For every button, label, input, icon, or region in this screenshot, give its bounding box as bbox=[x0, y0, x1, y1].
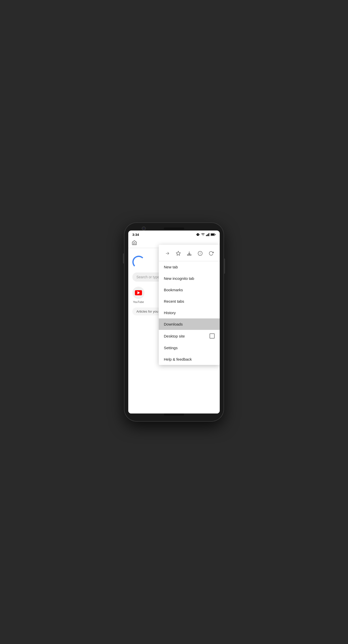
speaker-bottom bbox=[164, 413, 184, 416]
menu-item-settings-label: Settings bbox=[164, 346, 178, 350]
menu-item-desktop-site[interactable]: Desktop site bbox=[159, 330, 220, 342]
youtube-shortcut-icon bbox=[132, 287, 145, 299]
front-camera bbox=[142, 226, 146, 231]
desktop-site-checkbox[interactable] bbox=[210, 333, 215, 339]
svg-rect-0 bbox=[197, 233, 199, 236]
menu-item-downloads[interactable]: Downloads bbox=[159, 318, 220, 330]
google-logo bbox=[132, 256, 145, 268]
svg-rect-4 bbox=[207, 235, 208, 236]
search-placeholder: Search or type bbox=[136, 275, 160, 279]
menu-item-new-tab[interactable]: New tab bbox=[159, 261, 220, 273]
menu-item-help-feedback-label: Help & feedback bbox=[164, 357, 192, 361]
status-bar: 3:34 bbox=[128, 231, 220, 238]
menu-item-desktop-site-label: Desktop site bbox=[164, 334, 185, 338]
articles-pill[interactable]: Articles for you bbox=[132, 308, 162, 315]
download-button[interactable] bbox=[185, 249, 194, 258]
youtube-label: YouTube bbox=[133, 300, 144, 303]
svg-rect-1 bbox=[196, 234, 197, 235]
youtube-shortcut[interactable]: YouTube bbox=[132, 287, 145, 303]
info-button[interactable] bbox=[196, 249, 205, 258]
refresh-button[interactable] bbox=[207, 249, 216, 258]
svg-rect-3 bbox=[206, 235, 207, 236]
browser-background: Search or type YouTube Arti bbox=[128, 238, 220, 413]
svg-rect-2 bbox=[199, 234, 199, 235]
menu-icons-row bbox=[159, 245, 220, 261]
menu-item-recent-tabs-label: Recent tabs bbox=[164, 299, 184, 303]
svg-rect-9 bbox=[211, 234, 214, 235]
forward-button[interactable] bbox=[163, 249, 172, 258]
menu-item-settings[interactable]: Settings bbox=[159, 342, 220, 354]
svg-rect-8 bbox=[215, 234, 215, 235]
phone-frame: 3:34 bbox=[124, 223, 224, 421]
menu-item-bookmarks-label: Bookmarks bbox=[164, 288, 183, 292]
menu-item-downloads-label: Downloads bbox=[164, 322, 183, 326]
battery-icon bbox=[211, 233, 216, 236]
phone-screen: 3:34 bbox=[128, 231, 220, 413]
menu-item-bookmarks[interactable]: Bookmarks bbox=[159, 284, 220, 296]
youtube-play-button bbox=[137, 291, 140, 294]
home-button[interactable] bbox=[131, 240, 137, 246]
menu-item-new-incognito-tab[interactable]: New incognito tab bbox=[159, 273, 220, 284]
status-time: 3:34 bbox=[132, 233, 139, 237]
signal-icon bbox=[206, 233, 210, 236]
menu-item-history-label: History bbox=[164, 311, 176, 315]
svg-marker-10 bbox=[176, 251, 180, 255]
vibrate-icon bbox=[196, 233, 200, 236]
youtube-logo bbox=[135, 290, 142, 295]
wifi-icon bbox=[201, 233, 205, 236]
articles-label: Articles for you bbox=[136, 310, 158, 313]
menu-item-new-tab-label: New tab bbox=[164, 265, 178, 269]
speaker-top bbox=[164, 227, 184, 229]
menu-item-new-incognito-tab-label: New incognito tab bbox=[164, 276, 194, 281]
svg-rect-5 bbox=[208, 234, 209, 236]
dropdown-menu: New tab New incognito tab Bookmarks Rece… bbox=[159, 245, 220, 365]
bookmark-button[interactable] bbox=[174, 249, 183, 258]
menu-item-recent-tabs[interactable]: Recent tabs bbox=[159, 296, 220, 307]
menu-item-help-feedback[interactable]: Help & feedback bbox=[159, 354, 220, 365]
menu-item-history[interactable]: History bbox=[159, 307, 220, 318]
status-icons bbox=[196, 233, 216, 236]
svg-rect-6 bbox=[209, 233, 210, 236]
